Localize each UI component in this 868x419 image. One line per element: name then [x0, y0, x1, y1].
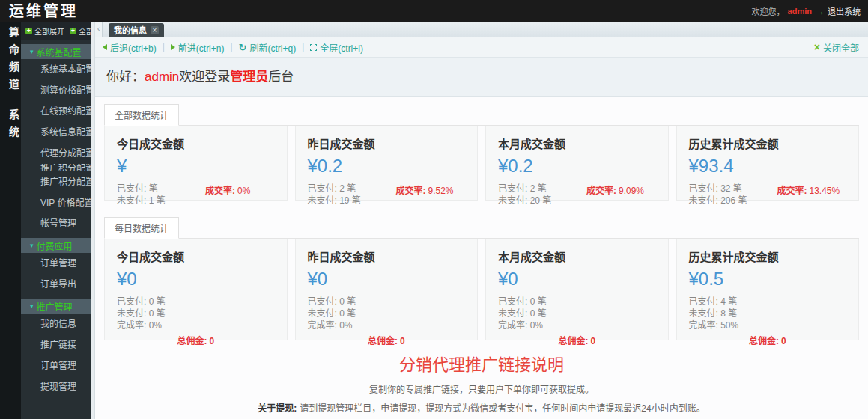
stat-card-yesterday: 昨日成交金额 ¥0 已支付: 0 笔 未支付: 0 笔 完成率: 0% 总佣金:…	[295, 239, 479, 340]
sidebar-item-vip-price-config[interactable]: VIP 价格配置	[21, 192, 91, 213]
commission-label: 总佣金:	[749, 336, 779, 346]
total-commission: 总佣金:0	[308, 334, 466, 346]
card-amount: ¥0	[308, 269, 466, 290]
greeting-role: 管理员	[230, 70, 268, 84]
rate-label: 成交率:	[586, 186, 616, 196]
card-title: 今日成交金额	[117, 135, 275, 151]
sidebar-item-withdrawal-management[interactable]: 提现管理	[21, 376, 91, 397]
sidebar-item-order-export[interactable]: 订单导出	[21, 274, 91, 295]
stats-tab-all[interactable]: 全部数据统计	[104, 104, 179, 126]
stat-card-this-month: 本月成交金额 ¥0.2 已支付: 2 笔 未支付: 20 笔 成交率:9.09%	[485, 126, 669, 201]
completion-rate: 完成率: 0%	[498, 319, 656, 331]
forward-button[interactable]: 前进(ctrl+n)	[171, 41, 225, 54]
tab-close-icon[interactable]: ×	[151, 26, 159, 34]
total-commission: 总佣金:0	[117, 334, 275, 346]
sidebar-item-promo-points-config[interactable]: 推广积分配置	[21, 171, 91, 192]
unpaid-count: 未支付: 19 笔	[308, 195, 466, 207]
conversion-rate: 成交率:9.09%	[586, 183, 644, 196]
card-details: 已支付: 0 笔 未支付: 0 笔 完成率: 0%	[498, 296, 656, 331]
card-details: 已支付: 4 笔 未支付: 8 笔 完成率: 50%	[689, 296, 847, 331]
toolbar: 后退(ctrl+b) | 前进(ctrl+n) | ↻ 刷新(ctrl+q) |…	[95, 37, 868, 58]
card-details: 已支付: 笔 未支付: 1 笔 成交率:0%	[117, 183, 275, 207]
content-area: 全部数据统计 今日成交金额 ¥ 已支付: 笔 未支付: 1 笔 成交率:0% 昨…	[95, 97, 868, 419]
arrow-left-icon	[103, 44, 107, 50]
sidebar-group-system-config[interactable]: ▾ 系统基配置	[21, 44, 91, 59]
toolbar-separator: |	[230, 42, 232, 52]
fullscreen-button[interactable]: 全屏(ctrl+i)	[310, 41, 363, 54]
sidebar-item-online-booking-config[interactable]: 在线预约配置	[21, 101, 91, 122]
sidebar-item-promo-links[interactable]: 推广链接	[21, 334, 91, 355]
username: admin	[788, 7, 812, 16]
unpaid-count: 未支付: 0 笔	[117, 308, 275, 319]
tab-my-info[interactable]: 我的信息 ×	[109, 23, 164, 37]
unpaid-count: 未支付: 0 笔	[498, 308, 656, 319]
chevron-down-icon: ▾	[30, 49, 34, 55]
card-title: 本月成交金额	[498, 248, 656, 264]
promo-section: 分销代理推广链接说明 复制你的专属推广链接，只要用户下单你即可获取提成。 关于提…	[104, 351, 859, 419]
sidebar-header: + 全部展开 + 全部收起	[21, 22, 91, 40]
vertical-tab-fortune-channel[interactable]: 算命频道	[0, 27, 21, 96]
arrow-right-icon	[171, 44, 175, 50]
promo-line-1: 复制你的专属推广链接，只要用户下单你即可获取提成。	[104, 385, 859, 395]
card-title: 本月成交金额	[498, 135, 656, 151]
tab-label: 我的信息	[114, 24, 147, 36]
close-all-button[interactable]: × 关闭全部	[814, 41, 859, 54]
unpaid-count: 未支付: 8 笔	[689, 308, 847, 319]
chevron-down-icon: ▾	[30, 303, 34, 310]
stats-tab-daily[interactable]: 每日数据统计	[104, 217, 179, 239]
conversion-rate: 成交率:0%	[205, 183, 250, 196]
completion-rate: 完成率: 50%	[689, 319, 847, 331]
stats-cards-daily: 今日成交金额 ¥0 已支付: 0 笔 未支付: 0 笔 完成率: 0% 总佣金:…	[104, 239, 859, 340]
back-label: 后退(ctrl+b)	[110, 41, 157, 54]
sidebar-item-agent-share-config[interactable]: 代理分成配置	[21, 143, 91, 164]
logout-link[interactable]: 退出系统	[828, 5, 861, 17]
unpaid-count: 未支付: 206 笔	[689, 195, 847, 207]
greeting-suffix: 后台	[268, 70, 294, 84]
commission-label: 总佣金:	[368, 336, 398, 346]
sidebar-item-my-info[interactable]: 我的信息	[21, 314, 91, 334]
channel-tab-strip: 算命频道 系统	[0, 22, 21, 419]
sidebar-item-system-basic-config[interactable]: 系统基本配置	[21, 59, 91, 80]
collapse-all-button[interactable]: + 全部收起	[70, 25, 91, 37]
promo-line-2-label: 关于提现:	[258, 403, 297, 414]
sidebar-item-system-info-config[interactable]: 系统信息配置	[21, 122, 91, 143]
total-commission: 总佣金:0	[689, 334, 847, 346]
back-button[interactable]: 后退(ctrl+b)	[103, 41, 157, 54]
promo-line-2: 关于提现:请到提现管理栏目，申请提现，提现方式为微信或者支付宝，任何时间内申请提…	[104, 404, 859, 414]
rate-label: 成交率:	[777, 186, 807, 196]
expand-all-label: 全部展开	[34, 25, 64, 37]
card-title: 历史累计成交金额	[689, 248, 847, 264]
expand-all-button[interactable]: + 全部展开	[25, 25, 64, 37]
sidebar-item-account-management[interactable]: 帐号管理	[21, 213, 91, 234]
paid-count: 已支付: 0 笔	[117, 296, 275, 308]
tab-scroll-left-button[interactable]: ‹	[95, 22, 103, 37]
welcome-text: 欢迎您，	[752, 5, 785, 17]
card-title: 历史累计成交金额	[689, 135, 847, 151]
promo-title: 分销代理推广链接说明	[104, 351, 859, 375]
commission-label: 总佣金:	[177, 336, 207, 346]
sidebar-item-pricing-config[interactable]: 测算价格配置	[21, 80, 91, 101]
sidebar-group-promotion[interactable]: ▾ 推广管理	[21, 299, 91, 314]
card-amount: ¥	[117, 156, 275, 177]
card-details: 已支付: 0 笔 未支付: 0 笔 完成率: 0%	[308, 296, 466, 331]
completion-rate: 完成率: 0%	[117, 319, 275, 331]
card-details: 已支付: 2 笔 未支付: 20 笔 成交率:9.09%	[498, 183, 656, 207]
paid-count: 已支付: 笔	[117, 183, 275, 195]
rate-value: 9.09%	[619, 186, 644, 196]
refresh-button[interactable]: ↻ 刷新(ctrl+q)	[239, 41, 297, 54]
rate-value: 13.45%	[810, 186, 840, 196]
commission-value: 0	[209, 336, 214, 346]
stats-section-daily-tabrow: 每日数据统计	[104, 217, 859, 239]
stat-card-today: 今日成交金额 ¥0 已支付: 0 笔 未支付: 0 笔 完成率: 0% 总佣金:…	[104, 239, 288, 340]
sidebar-item-promo-order-management[interactable]: 订单管理	[21, 355, 91, 376]
vertical-tab-system[interactable]: 系统	[0, 109, 21, 144]
chevron-down-icon: ▾	[30, 242, 34, 249]
sidebar-item-order-management[interactable]: 订单管理	[21, 253, 91, 274]
card-amount: ¥0.2	[498, 156, 656, 177]
card-title: 今日成交金额	[117, 248, 275, 264]
greeting-middle: 欢迎登录	[179, 70, 230, 84]
fullscreen-label: 全屏(ctrl+i)	[320, 41, 363, 54]
paid-count: 已支付: 0 笔	[498, 296, 656, 308]
commission-label: 总佣金:	[558, 336, 588, 346]
sidebar-group-paid-apps[interactable]: ▾ 付费应用	[21, 238, 91, 253]
